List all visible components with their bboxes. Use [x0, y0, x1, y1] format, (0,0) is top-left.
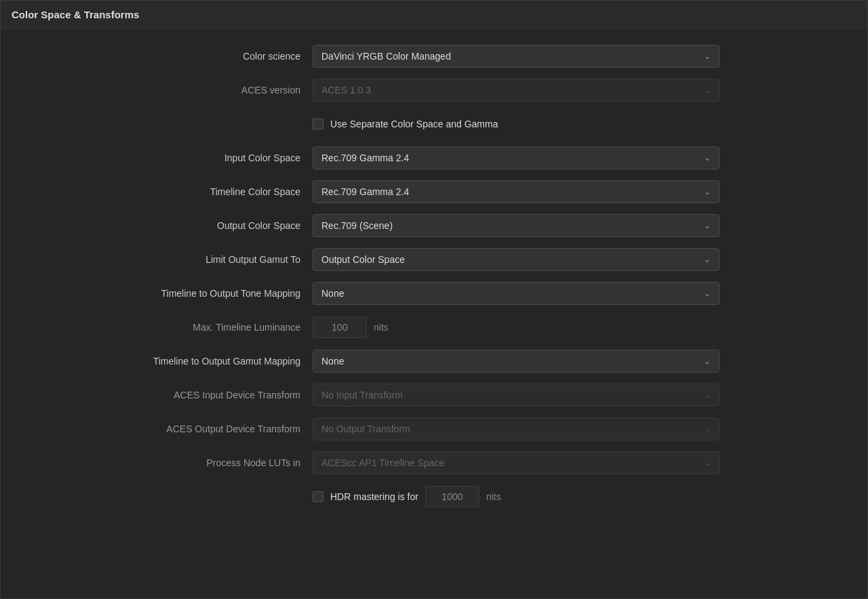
hdr-input-hdr-mastering[interactable]: [425, 486, 479, 508]
row-limit-output-gamut: Limit Output Gamut ToOutput Color Space⌄: [41, 246, 827, 273]
label-input-color-space: Input Color Space: [41, 152, 313, 163]
label-process-node-luts: Process Node LUTs in: [41, 457, 313, 468]
unit-hdr-mastering: nits: [486, 491, 501, 502]
label-timeline-output-tone: Timeline to Output Tone Mapping: [41, 288, 313, 299]
control-timeline-output-tone: None⌄: [313, 282, 719, 305]
chevron-down-icon-aces-input-device: ⌄: [704, 390, 711, 400]
chevron-down-icon-input-color-space: ⌄: [704, 153, 711, 163]
label-aces-output-device: ACES Output Device Transform: [41, 424, 313, 434]
label-aces-version: ACES version: [41, 85, 313, 96]
select-value-process-node-luts: ACEScc AP1 Timeline Space: [321, 457, 444, 468]
control-output-color-space: Rec.709 (Scene)⌄: [313, 214, 719, 237]
select-value-output-color-space: Rec.709 (Scene): [321, 220, 393, 231]
row-input-color-space: Input Color SpaceRec.709 Gamma 2.4⌄: [41, 144, 827, 171]
select-timeline-output-gamut[interactable]: None⌄: [313, 350, 719, 373]
control-aces-input-device: No Input Transform⌄: [313, 384, 719, 407]
select-input-color-space[interactable]: Rec.709 Gamma 2.4⌄: [313, 146, 719, 169]
select-color-science[interactable]: DaVinci YRGB Color Managed⌄: [313, 45, 719, 68]
select-value-timeline-output-gamut: None: [321, 356, 344, 367]
row-aces-output-device: ACES Output Device TransformNo Output Tr…: [41, 415, 827, 442]
label-timeline-color-space: Timeline Color Space: [41, 186, 313, 197]
control-aces-output-device: No Output Transform⌄: [313, 417, 719, 440]
control-input-color-space: Rec.709 Gamma 2.4⌄: [313, 146, 719, 169]
row-color-science: Color scienceDaVinci YRGB Color Managed⌄: [41, 43, 827, 70]
checkbox-use-separate[interactable]: [313, 119, 323, 129]
row-output-color-space: Output Color SpaceRec.709 (Scene)⌄: [41, 212, 827, 239]
control-aces-version: ACES 1.0.3⌄: [313, 79, 719, 102]
row-process-node-luts: Process Node LUTs inACEScc AP1 Timeline …: [41, 449, 827, 476]
chevron-down-icon-aces-version: ⌄: [704, 85, 711, 95]
select-value-timeline-color-space: Rec.709 Gamma 2.4: [321, 186, 409, 197]
label-timeline-output-gamut: Timeline to Output Gamut Mapping: [41, 356, 313, 367]
select-value-timeline-output-tone: None: [321, 288, 344, 299]
chevron-down-icon-limit-output-gamut: ⌄: [704, 255, 711, 264]
control-limit-output-gamut: Output Color Space⌄: [313, 248, 719, 271]
form-content: Color scienceDaVinci YRGB Color Managed⌄…: [1, 29, 867, 537]
row-use-separate: Use Separate Color Space and Gamma: [313, 110, 827, 138]
chevron-down-icon-timeline-output-tone: ⌄: [704, 289, 711, 298]
row-aces-version: ACES versionACES 1.0.3⌄: [41, 77, 827, 104]
chevron-down-icon-aces-output-device: ⌄: [704, 424, 711, 434]
select-value-color-science: DaVinci YRGB Color Managed: [321, 51, 451, 62]
chevron-down-icon-color-science: ⌄: [704, 51, 711, 61]
checkbox-container-use-separate[interactable]: Use Separate Color Space and Gamma: [313, 119, 498, 129]
label-limit-output-gamut: Limit Output Gamut To: [41, 254, 313, 265]
select-process-node-luts: ACEScc AP1 Timeline Space⌄: [313, 451, 719, 474]
select-value-input-color-space: Rec.709 Gamma 2.4: [321, 152, 409, 163]
chevron-down-icon-output-color-space: ⌄: [704, 221, 711, 230]
control-timeline-color-space: Rec.709 Gamma 2.4⌄: [313, 180, 719, 203]
hdr-label-hdr-mastering: HDR mastering is for: [330, 491, 418, 502]
checkbox-label-use-separate: Use Separate Color Space and Gamma: [330, 119, 498, 129]
chevron-down-icon-timeline-color-space: ⌄: [704, 187, 711, 197]
select-timeline-output-tone[interactable]: None⌄: [313, 282, 719, 305]
color-space-transforms-panel: Color Space & Transforms Color scienceDa…: [0, 0, 868, 599]
row-max-timeline-luminance: Max. Timeline Luminancenits: [41, 314, 827, 341]
label-max-timeline-luminance: Max. Timeline Luminance: [41, 322, 313, 333]
label-aces-input-device: ACES Input Device Transform: [41, 390, 313, 400]
label-output-color-space: Output Color Space: [41, 220, 313, 231]
row-timeline-color-space: Timeline Color SpaceRec.709 Gamma 2.4⌄: [41, 178, 827, 205]
unit-max-timeline-luminance: nits: [374, 322, 389, 333]
row-timeline-output-tone: Timeline to Output Tone MappingNone⌄: [41, 280, 827, 307]
select-value-aces-version: ACES 1.0.3: [321, 85, 371, 96]
panel-title: Color Space & Transforms: [1, 1, 867, 29]
chevron-down-icon-timeline-output-gamut: ⌄: [704, 356, 711, 366]
select-limit-output-gamut[interactable]: Output Color Space⌄: [313, 248, 719, 271]
control-process-node-luts: ACEScc AP1 Timeline Space⌄: [313, 451, 719, 474]
select-output-color-space[interactable]: Rec.709 (Scene)⌄: [313, 214, 719, 237]
chevron-down-icon-process-node-luts: ⌄: [704, 458, 711, 468]
select-value-aces-input-device: No Input Transform: [321, 390, 403, 400]
control-color-science: DaVinci YRGB Color Managed⌄: [313, 45, 719, 68]
row-aces-input-device: ACES Input Device TransformNo Input Tran…: [41, 381, 827, 409]
control-timeline-output-gamut: None⌄: [313, 350, 719, 373]
control-max-timeline-luminance: nits: [313, 316, 719, 338]
row-hdr-mastering: HDR mastering is fornits: [313, 483, 827, 510]
row-timeline-output-gamut: Timeline to Output Gamut MappingNone⌄: [41, 348, 827, 375]
number-input-max-timeline-luminance[interactable]: [313, 316, 367, 338]
select-value-limit-output-gamut: Output Color Space: [321, 254, 405, 265]
select-timeline-color-space[interactable]: Rec.709 Gamma 2.4⌄: [313, 180, 719, 203]
select-value-aces-output-device: No Output Transform: [321, 424, 410, 434]
select-aces-output-device: No Output Transform⌄: [313, 417, 719, 440]
label-color-science: Color science: [41, 51, 313, 62]
checkbox-hdr-mastering[interactable]: [313, 491, 323, 502]
select-aces-input-device: No Input Transform⌄: [313, 384, 719, 407]
input-unit-max-timeline-luminance: nits: [313, 316, 719, 338]
select-aces-version: ACES 1.0.3⌄: [313, 79, 719, 102]
